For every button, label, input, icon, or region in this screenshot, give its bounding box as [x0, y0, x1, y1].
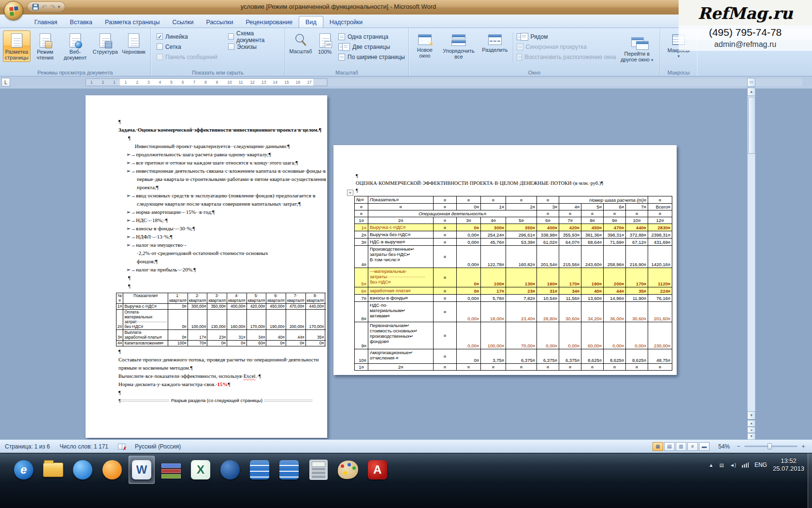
horizontal-ruler[interactable]: L 1211234567891011121314151617	[0, 76, 812, 89]
taskbar-paint[interactable]	[335, 456, 361, 484]
zoom-slider[interactable]: − +	[736, 443, 806, 450]
taskbar-word[interactable]: W	[129, 456, 155, 484]
checkbox-thumbnails[interactable]: Эскизы	[225, 42, 282, 52]
document-page-2[interactable]: ¶ ОЦЕНКА·КОММЕРЧЕСКОЙ·ЭФФЕКТИВНОСТИ·ПРОЕ…	[334, 145, 677, 375]
view-full-screen-reading-button[interactable]: Режим чтения	[31, 30, 59, 62]
arrange-all-button[interactable]: Упорядочить все	[439, 30, 478, 64]
scroll-down-button[interactable]: ▼	[747, 411, 755, 419]
new-window-button[interactable]: ✳ Новое окно	[412, 30, 438, 64]
zoom-slider-thumb[interactable]	[768, 443, 772, 449]
zoom-100-button[interactable]: 100 100%	[314, 30, 335, 62]
table-move-handle[interactable]: +	[347, 190, 353, 196]
status-view-button-3[interactable]: ≡	[687, 442, 698, 451]
taskbar-app-orange-icon	[102, 460, 122, 479]
status-language[interactable]: Русский (Россия)	[130, 440, 186, 453]
tray-language-indicator[interactable]: ENG	[754, 462, 767, 468]
scrollbar-track[interactable]	[747, 96, 755, 411]
table-cell: 215,56¤	[559, 246, 581, 268]
zoom-button[interactable]: Масштаб	[288, 30, 313, 62]
taskbar-app-orange[interactable]	[99, 456, 125, 484]
ruler-number: 13	[261, 80, 266, 85]
view-print-layout-button[interactable]: Разметка страницы	[3, 30, 30, 62]
section-break-leader: ::::::::::::::::::::::::::::::::::::::::…	[121, 398, 170, 403]
table-row: 4¤Капиталовложения¤100¤70¤0¤0¤60¤0¤0¤0¤0…	[116, 341, 326, 346]
taskbar-library-2[interactable]	[276, 456, 302, 484]
customize-qat-icon[interactable]: ▾	[58, 5, 60, 9]
tab-addins[interactable]: Надстройки	[323, 16, 369, 28]
vertical-scrollbar[interactable]: ▭ ▲ ▼ ▲ ● ▼	[747, 78, 755, 439]
next-page-button[interactable]: ▼	[747, 433, 755, 440]
checkbox-gridlines[interactable]: Сетка	[154, 42, 224, 52]
tray-volume-icon[interactable]: ◄)	[730, 463, 736, 468]
undo-icon[interactable]: ↶	[42, 4, 47, 10]
tab-home[interactable]: Главная	[28, 16, 64, 28]
previous-page-button[interactable]: ▲	[747, 420, 755, 427]
status-view-button-0[interactable]: ▦	[652, 442, 663, 451]
tab-stop-selector[interactable]: L	[1, 78, 10, 87]
table-cell: 40¤	[581, 287, 604, 295]
checkbox-gridlines-box[interactable]	[157, 44, 163, 50]
tray-action-center-icon[interactable]: ▤	[719, 463, 724, 468]
table-row: 9¤Первоначальная↵ стоимость·основных↵ пр…	[355, 322, 672, 349]
view-draft-button[interactable]: Черновик	[120, 30, 147, 62]
select-browse-object-button[interactable]: ●	[747, 427, 755, 433]
taskbar-internet-explorer[interactable]: e	[11, 456, 37, 484]
tray-clock[interactable]: 13:52 25.07.2013	[773, 457, 804, 473]
tab-mailings[interactable]: Рассылки	[200, 16, 239, 28]
tab-review[interactable]: Рецензирование	[240, 16, 299, 28]
view-web-layout-button[interactable]: Веб-документ	[60, 30, 91, 62]
zoom-out-icon[interactable]: −	[736, 443, 741, 450]
status-word-count[interactable]: Число слов: 1 171	[55, 440, 113, 453]
one-page-button[interactable]: Одна страница	[338, 31, 405, 42]
tray-show-hidden-icons[interactable]: ▲	[709, 463, 713, 468]
status-page-number[interactable]: Страница: 1 из 6	[0, 440, 55, 453]
scrollbar-thumb[interactable]	[748, 97, 755, 154]
taskbar-explorer-folder[interactable]	[40, 456, 66, 484]
taskbar-library-1[interactable]	[246, 456, 273, 484]
paragraph: Задача.·Оценка·коммерческой·эффективност…	[118, 126, 313, 134]
value-cell: 100,00¤	[188, 310, 207, 330]
save-icon[interactable]	[32, 4, 39, 10]
ruler-toggle-button[interactable]: ▭	[747, 78, 755, 87]
checkbox-document-map-box[interactable]	[228, 33, 234, 40]
status-view-button-2[interactable]: ▥	[676, 442, 686, 451]
tab-references[interactable]: Ссылки	[166, 16, 200, 28]
horizontal-ruler-band[interactable]: 1211234567891011121314151617	[86, 78, 327, 86]
zoom-level-button[interactable]: 54%	[712, 443, 734, 450]
header-cell: 5· квартал¤	[246, 293, 266, 304]
two-pages-button[interactable]: Две страницы	[338, 42, 405, 52]
view-outline-button[interactable]: Структура	[91, 30, 119, 62]
checkbox-ruler-box[interactable]: ✓	[157, 33, 163, 40]
cash-flow-table[interactable]: №¤Показатель¤¤¤¤¤¤Номер шага расчета (m)…	[354, 196, 672, 371]
tab-insert[interactable]: Вставка	[64, 16, 99, 28]
status-view-button-4[interactable]: ▬	[699, 442, 710, 451]
scroll-up-button[interactable]: ▲	[747, 88, 755, 96]
tab-page-layout[interactable]: Разметка страницы	[99, 16, 166, 28]
taskbar-calculator[interactable]	[305, 456, 332, 484]
tab-view[interactable]: Вид	[299, 16, 323, 28]
taskbar-winrar[interactable]	[158, 456, 184, 484]
switch-windows-button[interactable]: Перейти в другое окно ▾	[617, 30, 657, 64]
checkbox-ruler[interactable]: ✓Линейка	[154, 31, 224, 42]
taskbar-app-ball-dark[interactable]	[217, 456, 243, 484]
status-proofing[interactable]: ✗	[113, 440, 130, 453]
view-side-by-side-button[interactable]: Рядом	[517, 31, 616, 42]
checkbox-thumbnails-box[interactable]	[228, 44, 234, 50]
status-view-button-1[interactable]: ▤	[664, 442, 675, 451]
table-cell: 4¤	[559, 204, 581, 210]
taskbar-adobe-reader[interactable]: A	[364, 456, 391, 484]
office-button[interactable]	[4, 1, 23, 20]
synchronous-scrolling-button: Синхронная прокрутка	[517, 42, 616, 52]
page-width-button[interactable]: По ширине страницы	[338, 52, 405, 62]
zoom-in-icon[interactable]: +	[800, 443, 806, 450]
taskbar-excel[interactable]: X	[188, 456, 214, 484]
document-page-1[interactable]: ¶Задача.·Оценка·коммерческой·эффективнос…	[86, 95, 327, 438]
tray-network-icon[interactable]	[742, 463, 749, 468]
tray-date: 25.07.2013	[773, 465, 804, 472]
split-button[interactable]: Разделить	[479, 30, 510, 64]
quarters-input-table[interactable]: №¤Показатели¤1· квартал¤2· квартал¤3· кв…	[116, 293, 326, 346]
show-desktop-button[interactable]	[808, 453, 812, 508]
checkbox-document-map[interactable]: Схема документа	[225, 31, 282, 42]
taskbar-app-blue[interactable]	[70, 456, 96, 484]
redo-icon[interactable]: ↷	[50, 4, 55, 10]
